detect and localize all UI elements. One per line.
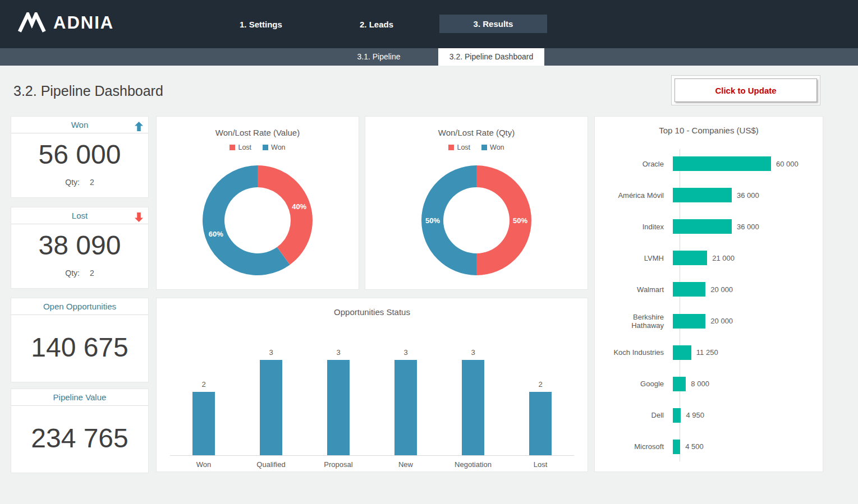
company-row: Dell4 950 bbox=[602, 400, 816, 431]
bar-value-label: 2 bbox=[201, 380, 205, 389]
opportunities-status-chart-card: Opportunities Status 233332 WonQualified… bbox=[156, 298, 588, 472]
kpi-card-won: Won 56 000 Qty:2 bbox=[11, 116, 149, 198]
kpi-title-row: Lost bbox=[11, 207, 148, 224]
hbar bbox=[673, 282, 705, 297]
page-title: 3.2. Pipeline Dashboard bbox=[13, 83, 163, 99]
legend-label: Won bbox=[271, 144, 285, 151]
bar-category-label: Won bbox=[171, 460, 237, 469]
company-row: Koch Industries11 250 bbox=[602, 337, 816, 368]
nav-settings[interactable]: 1. Settings bbox=[240, 20, 282, 29]
bar-category-label: Negotiation bbox=[441, 460, 506, 469]
kpi-value: 56 000 bbox=[11, 139, 148, 170]
hbar-area: 4 500 bbox=[672, 440, 816, 454]
chart-legend: LostWon bbox=[365, 144, 588, 151]
company-row: Walmart20 000 bbox=[602, 274, 816, 305]
adnia-logo-icon bbox=[17, 12, 46, 34]
kpi-card-pipeline-value: Pipeline Value 234 765 bbox=[11, 389, 149, 473]
legend-label: Lost bbox=[238, 144, 251, 151]
company-row: Google8 000 bbox=[602, 368, 816, 400]
hbar-value-label: 21 000 bbox=[712, 254, 735, 262]
hbar bbox=[673, 408, 681, 423]
won-lost-qty-chart-card: Won/Lost Rate (Qty) LostWon 50%50% bbox=[365, 116, 588, 290]
nav-leads[interactable]: 2. Leads bbox=[360, 20, 393, 29]
kpi-value: 234 765 bbox=[11, 423, 148, 454]
update-button-frame: Click to Update bbox=[671, 75, 820, 105]
bar-category-label: New bbox=[373, 460, 439, 469]
kpi-title-row: Open Opportunities bbox=[11, 298, 148, 315]
company-label: América Móvil bbox=[602, 191, 672, 200]
top-navigation-bar: ADNIA 1. Settings 2. Leads 3. Results bbox=[0, 0, 858, 48]
donut-chart-value: 40%60% bbox=[199, 161, 316, 279]
company-label: Google bbox=[602, 380, 672, 388]
bar-column-lost: 2 bbox=[508, 380, 573, 455]
company-label: Dell bbox=[602, 411, 672, 419]
hbar bbox=[673, 377, 686, 391]
company-label: LVMH bbox=[602, 254, 672, 262]
legend-label: Won bbox=[490, 144, 504, 151]
hbar-area: 36 000 bbox=[672, 219, 816, 234]
chart-title: Won/Lost Rate (Value) bbox=[157, 128, 359, 137]
donut-percent-label: 50% bbox=[513, 216, 527, 225]
kpi-value: 140 675 bbox=[11, 332, 148, 363]
hbar-value-label: 4 950 bbox=[686, 411, 704, 419]
company-label: Walmart bbox=[602, 285, 672, 294]
hbar bbox=[673, 251, 707, 265]
company-row: América Móvil36 000 bbox=[602, 179, 816, 211]
bar-category-label: Proposal bbox=[306, 460, 371, 469]
kpi-card-lost: Lost 38 090 Qty:2 bbox=[11, 207, 149, 289]
hbar bbox=[673, 188, 732, 202]
hbar-value-label: 20 000 bbox=[710, 317, 733, 325]
tab-pipeline[interactable]: 3.1. Pipeline bbox=[337, 48, 421, 66]
arrow-up-icon bbox=[135, 120, 143, 137]
company-label: Koch Industries bbox=[602, 348, 672, 357]
company-label: Oracle bbox=[602, 160, 672, 168]
hbar-value-label: 20 000 bbox=[710, 285, 733, 294]
chart-title: Opportunities Status bbox=[157, 307, 588, 317]
kpi-title-row: Won bbox=[11, 117, 148, 133]
kpi-qty-row: Qty:2 bbox=[11, 178, 148, 187]
legend-item-won: Won bbox=[263, 144, 285, 151]
kpi-qty-label: Qty: bbox=[65, 269, 80, 278]
hbar-area: 21 000 bbox=[672, 251, 816, 265]
kpi-title-text: Won bbox=[71, 120, 89, 130]
kpi-title-text: Pipeline Value bbox=[53, 392, 107, 402]
bar-chart-plot: 233332 bbox=[170, 335, 574, 456]
legend-swatch bbox=[230, 145, 235, 150]
company-row: Inditex36 000 bbox=[602, 211, 816, 242]
hbar-value-label: 60 000 bbox=[776, 160, 799, 168]
bar bbox=[192, 392, 215, 455]
pipeline-dashboard-app: ADNIA 1. Settings 2. Leads 3. Results 3.… bbox=[0, 0, 858, 504]
click-to-update-button[interactable]: Click to Update bbox=[675, 78, 817, 102]
company-row: Microsoft4 500 bbox=[602, 431, 816, 463]
bar-value-label: 3 bbox=[269, 348, 273, 357]
hbar bbox=[673, 345, 691, 360]
donut-percent-label: 40% bbox=[292, 202, 306, 211]
legend-item-lost: Lost bbox=[448, 144, 470, 151]
hbar-value-label: 11 250 bbox=[696, 348, 718, 357]
legend-item-won: Won bbox=[481, 144, 504, 151]
company-row: LVMH21 000 bbox=[602, 242, 816, 274]
kpi-value: 38 090 bbox=[11, 230, 148, 261]
bar-column-proposal: 3 bbox=[306, 348, 371, 455]
brand: ADNIA bbox=[17, 12, 114, 34]
nav-results[interactable]: 3. Results bbox=[439, 15, 547, 33]
bar-column-new: 3 bbox=[373, 348, 439, 455]
hbar bbox=[673, 219, 732, 234]
bar bbox=[327, 360, 350, 455]
legend-swatch bbox=[448, 145, 454, 150]
bar bbox=[394, 360, 417, 455]
company-label: Inditex bbox=[602, 223, 672, 231]
tab-pipeline-dashboard[interactable]: 3.2. Pipeline Dashboard bbox=[438, 48, 544, 66]
hbar-area: 8 000 bbox=[672, 377, 816, 391]
bar-value-label: 3 bbox=[336, 348, 340, 357]
kpi-qty-value: 2 bbox=[90, 269, 94, 278]
hbar-value-label: 8 000 bbox=[691, 380, 709, 388]
legend-label: Lost bbox=[457, 144, 470, 151]
hbar-value-label: 36 000 bbox=[737, 191, 759, 200]
legend-swatch bbox=[263, 145, 268, 150]
kpi-qty-value: 2 bbox=[90, 178, 94, 187]
bar-chart-category-axis: WonQualifiedProposalNewNegotiationLost bbox=[170, 460, 574, 469]
company-label: Microsoft bbox=[602, 442, 672, 451]
chart-legend: LostWon bbox=[157, 144, 359, 151]
company-label: Berkshire Hathaway bbox=[602, 313, 672, 330]
